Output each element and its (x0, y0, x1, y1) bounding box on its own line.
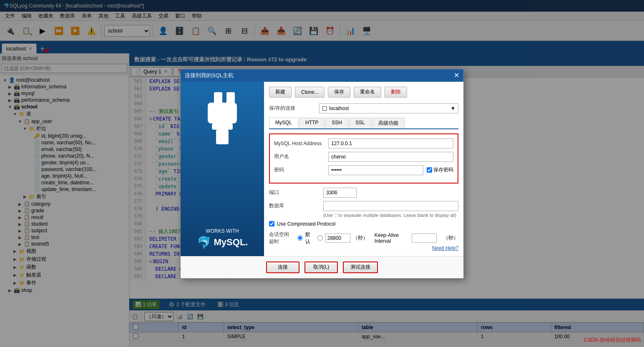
modal-title-bar: 连接到我的SQL主机 ✕ (181, 69, 463, 82)
mysql-logo: 🐬 MySQL. (197, 236, 248, 249)
session-custom-input[interactable] (325, 234, 350, 243)
db-hint: (Use ';' to separate multiple databases.… (323, 213, 458, 218)
radio-custom[interactable] (317, 235, 323, 241)
svg-rect-2 (208, 103, 237, 123)
cancel-btn[interactable]: 取消(L) (304, 262, 338, 273)
test-connection-btn[interactable]: 测试连接 (343, 262, 378, 273)
host-label: MySQL Host Address (274, 141, 328, 146)
session-row: 会话空闲超时 默认 （秒） Keep-Alive Interval （秒） (269, 231, 458, 245)
host-row: MySQL Host Address (274, 138, 453, 148)
tab-ssl[interactable]: SSL (349, 118, 371, 128)
port-label: 端口 (269, 189, 323, 196)
saved-connection-row: 保/存的连接 ☐ localhost ▼ (269, 103, 458, 113)
password-label: 密码 (274, 166, 328, 174)
dropdown-arrow[interactable]: ▼ (450, 106, 455, 111)
radio-group-custom: （秒） (317, 234, 368, 243)
modal-footer: 连接 取消(L) 测试连接 (181, 256, 463, 278)
connector-icon (197, 90, 247, 150)
username-input[interactable] (328, 152, 453, 162)
user-row: 用户名 (274, 152, 453, 162)
mysql-text: MySQL. (214, 237, 248, 248)
radio-group-default: 默认 (297, 231, 310, 245)
tab-advanced[interactable]: 高级功能 (372, 118, 405, 128)
rename-btn[interactable]: 重命名 (354, 87, 381, 98)
modal-close-btn[interactable]: ✕ (454, 71, 459, 79)
modal-overlay: 连接到我的SQL主机 ✕ WORKS (0, 0, 644, 347)
save-btn[interactable]: 保存 (328, 87, 350, 98)
connection-tabs: MySQL HTTP SSH SSL 高级功能 (269, 118, 458, 129)
keepalive-label: Keep-Alive Interval (375, 232, 405, 244)
keepalive-input[interactable] (412, 234, 437, 243)
compress-checkbox[interactable] (269, 221, 274, 226)
svg-rect-3 (212, 123, 233, 130)
keepalive-seconds: （秒） (443, 234, 458, 241)
seconds-label-1: （秒） (353, 234, 368, 241)
compress-row: Use Compressed Protocol (269, 221, 458, 227)
saved-connection-label: 保/存的连接 (269, 105, 319, 112)
db-label: 数据库 (269, 202, 323, 209)
save-password-checkbox[interactable] (427, 167, 432, 173)
modal-body: WORKS WITH 🐬 MySQL. 新建 Clone... 保存 重命名 删… (181, 82, 463, 256)
tab-ssh[interactable]: SSH (325, 118, 348, 128)
session-label: 会话空闲超时 (269, 231, 291, 245)
works-with-section: WORKS WITH 🐬 MySQL. (197, 228, 248, 249)
modal-left-panel: WORKS WITH 🐬 MySQL. (181, 82, 264, 256)
need-help-link[interactable]: Need Help? (432, 245, 458, 251)
port-input[interactable] (323, 188, 357, 198)
saved-connection-value: localhost (329, 106, 349, 111)
csdn-watermark: CSDN @i你经历过绝望吗 (584, 337, 641, 344)
mysql-fields-section: MySQL Host Address 用户名 密码 保存密码 (269, 133, 458, 184)
connection-checkbox-icon: ☐ (322, 105, 327, 112)
modal-title: 连接到我的SQL主机 (185, 72, 234, 79)
works-with-text: WORKS WITH (197, 228, 248, 234)
save-password-label: 保存密码 (427, 166, 453, 174)
radio-default[interactable] (297, 235, 303, 241)
db-row: 数据库 (269, 201, 458, 211)
need-help-section: Need Help? (269, 245, 458, 251)
tab-http[interactable]: HTTP (299, 118, 325, 128)
host-input[interactable] (328, 138, 453, 148)
connect-btn[interactable]: 连接 (266, 262, 299, 273)
password-input[interactable] (328, 165, 423, 175)
compress-label: Use Compressed Protocol (277, 221, 335, 227)
delete-btn[interactable]: 删除 (385, 87, 407, 98)
connection-modal: 连接到我的SQL主机 ✕ WORKS (180, 69, 464, 279)
password-row: 密码 保存密码 (274, 165, 453, 175)
modal-right-panel: 新建 Clone... 保存 重命名 删除 保/存的连接 ☐ localhost… (264, 82, 463, 256)
mysql-dolphin-icon: 🐬 (197, 236, 211, 249)
port-row: 端口 (269, 188, 458, 198)
tab-mysql[interactable]: MySQL (269, 118, 298, 128)
clone-btn[interactable]: Clone... (295, 87, 325, 98)
new-connection-btn[interactable]: 新建 (269, 87, 292, 98)
user-label: 用户名 (274, 153, 328, 160)
db-input[interactable] (323, 201, 458, 211)
radio-default-label: 默认 (305, 231, 310, 245)
svg-rect-4 (216, 130, 229, 144)
modal-actions: 新建 Clone... 保存 重命名 删除 (269, 87, 458, 98)
